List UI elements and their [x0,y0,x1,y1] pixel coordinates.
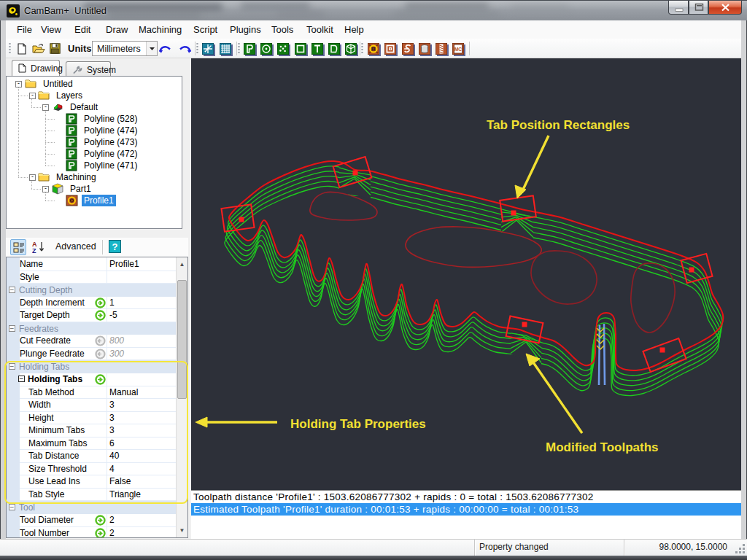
svg-text:Holding Tab Properties: Holding Tab Properties [290,417,426,431]
svg-text:Z: Z [32,247,36,254]
svg-text:Modified Toolpaths: Modified Toolpaths [546,440,659,454]
svg-text:MC: MC [454,47,462,52]
svg-text:Tab Position Rectangles: Tab Position Rectangles [487,118,630,132]
